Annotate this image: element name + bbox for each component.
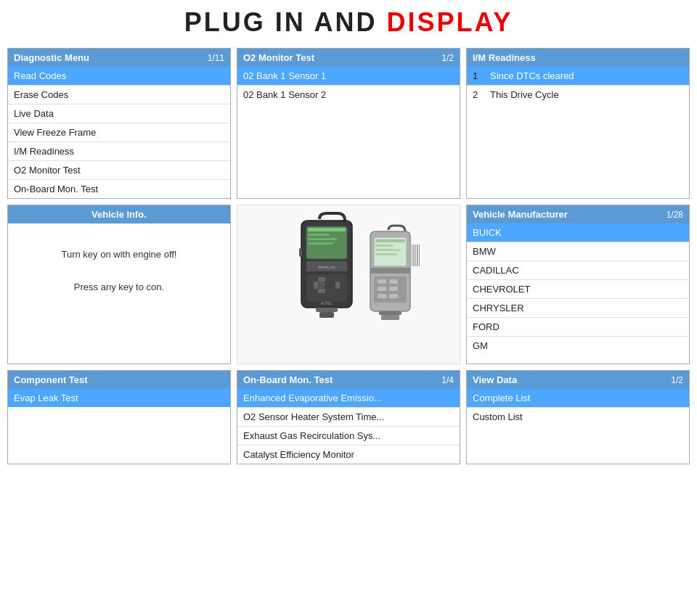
onboard-mon-panel: On-Board Mon. Test 1/4 Enhanced Evaporat… (237, 370, 460, 464)
vehicle-info-panel: Vehicle Info. Turn key on with engine of… (7, 205, 231, 364)
o2-monitor-header: O2 Monitor Test 1/2 (237, 49, 460, 67)
svg-rect-15 (316, 308, 338, 312)
svg-rect-24 (370, 268, 410, 274)
list-item[interactable]: 02 Bank 1 Sensor 2 (237, 86, 460, 104)
im-readiness-panel: I/M Readiness 1 Since DTCs cleared 2 Thi… (466, 48, 690, 199)
vehicle-info-title: Vehicle Info. (91, 209, 147, 220)
component-test-title: Component Test (14, 374, 88, 385)
device-image-panel: MaxiLink AUTEL (237, 205, 460, 364)
list-item[interactable]: View Freeze Frame (8, 123, 230, 142)
list-item[interactable]: O2 Sensor Heater System Time... (237, 408, 460, 427)
svg-rect-35 (412, 245, 412, 266)
svg-rect-5 (308, 242, 333, 245)
svg-rect-23 (375, 253, 397, 255)
vehicle-manufacturer-panel: Vehicle Manufacturer 1/28 BUICK BMW CADI… (466, 205, 690, 364)
component-test-panel: Component Test Evap Leak Test (7, 370, 231, 464)
svg-rect-39 (419, 245, 420, 266)
title-highlight: DISPLAY (386, 7, 513, 37)
list-item[interactable]: Erase Codes (8, 86, 230, 104)
im-readiness-title: I/M Readiness (473, 52, 536, 63)
list-item[interactable]: Evap Leak Test (8, 389, 230, 407)
list-item[interactable]: CHEVROLET (467, 280, 689, 299)
svg-rect-20 (375, 239, 405, 242)
view-data-header: View Data 1/2 (467, 371, 689, 389)
view-data-panel: View Data 1/2 Complete List Custom List (466, 370, 690, 464)
vehicle-info-line2: Press any key to con. (74, 282, 164, 292)
svg-rect-8 (306, 274, 347, 302)
svg-rect-33 (381, 315, 399, 320)
list-item[interactable]: On-Board Mon. Test (8, 180, 230, 198)
svg-text:AUTEL: AUTEL (321, 301, 333, 305)
svg-rect-4 (308, 238, 337, 240)
list-item[interactable]: Read Codes (8, 67, 230, 86)
list-item[interactable]: 02 Bank 1 Sensor 1 (237, 67, 460, 86)
diagnostic-menu-panel: Diagnostic Menu 1/11 Read Codes Erase Co… (7, 48, 231, 199)
list-item[interactable]: O2 Monitor Test (8, 161, 230, 180)
svg-rect-11 (335, 282, 340, 289)
list-item[interactable]: Live Data (8, 104, 230, 123)
component-test-header: Component Test (8, 371, 230, 389)
svg-text:MaxiLink: MaxiLink (318, 265, 336, 269)
svg-rect-12 (318, 289, 325, 293)
svg-rect-26 (378, 279, 386, 284)
svg-rect-32 (379, 311, 402, 315)
list-item[interactable]: CHRYSLER (467, 299, 689, 318)
item-label: This Drive Cycle (490, 89, 559, 100)
main-grid: Diagnostic Menu 1/11 Read Codes Erase Co… (7, 48, 690, 464)
list-item[interactable]: I/M Readiness (8, 142, 230, 161)
item-number: 1 (473, 70, 484, 81)
svg-rect-27 (389, 279, 398, 284)
page-title: PLUG IN AND DISPLAY (7, 7, 690, 38)
svg-rect-34 (409, 245, 411, 266)
svg-rect-16 (319, 312, 334, 318)
list-item[interactable]: BUICK (467, 223, 689, 242)
item-number: 2 (473, 89, 484, 100)
view-data-title: View Data (473, 374, 517, 385)
list-item[interactable]: Catalyst Efficiency Monitor (237, 445, 460, 464)
svg-rect-31 (389, 294, 398, 298)
list-item[interactable]: BMW (467, 242, 689, 261)
vehicle-manufacturer-header: Vehicle Manufacturer 1/28 (467, 205, 689, 223)
svg-rect-36 (413, 245, 415, 266)
im-readiness-header: I/M Readiness (467, 49, 689, 67)
svg-rect-22 (375, 249, 401, 251)
o2-monitor-page: 1/2 (441, 53, 454, 63)
vehicle-info-line1: Turn key on with engine off! (62, 249, 177, 260)
o2-monitor-panel: O2 Monitor Test 1/2 02 Bank 1 Sensor 1 0… (237, 48, 460, 199)
onboard-mon-header: On-Board Mon. Test 1/4 (237, 371, 460, 389)
svg-rect-38 (417, 245, 418, 266)
list-item[interactable]: 1 Since DTCs cleared (467, 67, 689, 86)
diagnostic-menu-title: Diagnostic Menu (14, 52, 89, 63)
view-data-page: 1/2 (671, 375, 683, 385)
o2-monitor-title: O2 Monitor Test (243, 52, 314, 63)
svg-rect-37 (415, 245, 416, 266)
svg-rect-29 (389, 287, 398, 291)
onboard-mon-page: 1/4 (441, 375, 454, 385)
svg-rect-2 (308, 228, 346, 231)
svg-rect-21 (375, 245, 394, 247)
vehicle-manufacturer-title: Vehicle Manufacturer (473, 209, 568, 220)
onboard-mon-title: On-Board Mon. Test (243, 374, 333, 385)
svg-rect-28 (378, 287, 386, 291)
list-item[interactable]: Exhaust Gas Recirculation Sys... (237, 427, 460, 445)
list-item[interactable]: FORD (467, 318, 689, 337)
svg-rect-30 (378, 294, 386, 298)
device-illustration: MaxiLink AUTEL (276, 212, 421, 357)
svg-rect-14 (299, 248, 302, 257)
vehicle-manufacturer-page: 1/28 (667, 210, 683, 220)
list-item[interactable]: Complete List (467, 389, 689, 408)
list-item[interactable]: Custom List (467, 408, 689, 426)
svg-point-13 (317, 281, 325, 288)
list-item[interactable]: Enhanced Evaporative Emissio... (237, 389, 460, 408)
diagnostic-menu-page: 1/11 (208, 53, 224, 63)
item-label: Since DTCs cleared (490, 70, 574, 81)
vehicle-info-header: Vehicle Info. (8, 205, 230, 223)
vehicle-info-body: Turn key on with engine off! Press any k… (8, 223, 230, 318)
svg-rect-3 (308, 234, 330, 236)
title-prefix: PLUG IN AND (184, 7, 387, 37)
list-item[interactable]: CADILLAC (467, 261, 689, 280)
list-item[interactable]: 2 This Drive Cycle (467, 86, 689, 104)
diagnostic-menu-header: Diagnostic Menu 1/11 (8, 49, 230, 67)
list-item[interactable]: GM (467, 337, 689, 355)
